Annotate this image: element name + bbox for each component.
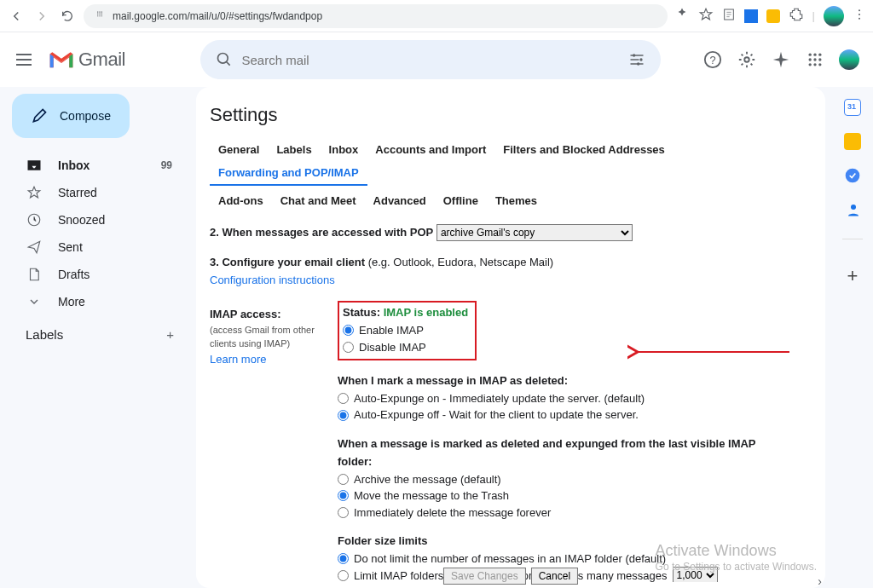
site-settings-icon[interactable] — [94, 9, 106, 23]
enable-imap-radio[interactable] — [343, 325, 354, 336]
draft-icon — [26, 266, 43, 283]
cancel-button[interactable]: Cancel — [531, 568, 578, 585]
disable-imap-radio[interactable] — [343, 342, 354, 353]
trash-radio[interactable] — [338, 490, 349, 501]
tab-labels[interactable]: Labels — [268, 138, 320, 161]
labels-heading: Labels + — [7, 315, 189, 347]
gmail-logo[interactable]: Gmail — [48, 49, 125, 71]
svg-point-6 — [859, 18, 860, 20]
expunge-off-radio[interactable] — [338, 410, 349, 421]
support-icon[interactable]: ? — [702, 49, 723, 70]
svg-point-11 — [637, 62, 639, 65]
account-avatar[interactable] — [839, 49, 859, 70]
pop-line2: 2. When messages are accessed with POP — [210, 226, 433, 239]
settings-tabs-row1: General Labels Inbox Accounts and Import… — [210, 138, 825, 186]
delete-forever-radio[interactable] — [338, 507, 349, 518]
add-addon-icon[interactable]: + — [847, 265, 859, 287]
ext1-icon[interactable] — [744, 9, 758, 23]
svg-point-16 — [813, 54, 816, 56]
calendar-icon[interactable] — [844, 99, 861, 116]
status-value: IMAP is enabled — [384, 306, 468, 319]
enable-imap-label: Enable IMAP — [359, 322, 424, 339]
ext2-icon[interactable] — [766, 9, 780, 23]
limit-select[interactable]: 1,000 — [673, 567, 718, 582]
tab-chat[interactable]: Chat and Meet — [272, 189, 365, 212]
profile-avatar[interactable] — [824, 6, 844, 26]
imap-sub: (access Gmail from other clients using I… — [210, 323, 338, 351]
contacts-icon[interactable] — [846, 201, 859, 216]
menu-icon[interactable] — [853, 8, 866, 24]
tab-advanced[interactable]: Advanced — [365, 189, 435, 212]
tab-forwarding[interactable]: Forwarding and POP/IMAP — [210, 161, 367, 186]
apps-icon[interactable] — [805, 49, 825, 70]
nav-drafts[interactable]: Drafts — [7, 261, 189, 288]
nav-inbox[interactable]: Inbox 99 — [7, 152, 189, 179]
hamburger-icon[interactable] — [14, 49, 34, 70]
add-label-icon[interactable]: + — [166, 327, 174, 342]
lens-icon[interactable] — [674, 7, 690, 25]
search-options-icon[interactable] — [620, 51, 654, 68]
learn-more-link[interactable]: Learn more — [210, 351, 338, 368]
status-label: Status: — [343, 306, 384, 319]
extensions-icon[interactable] — [789, 7, 804, 25]
reload-icon[interactable] — [58, 7, 77, 26]
svg-point-4 — [859, 9, 860, 11]
separator: | — [812, 9, 815, 22]
folder-heading: Folder size limits — [338, 533, 791, 551]
settings-tabs-row2: Add-ons Chat and Meet Advanced Offline T… — [210, 189, 825, 212]
tab-themes[interactable]: Themes — [487, 189, 546, 212]
nav-label: Sent — [58, 240, 179, 254]
nav-sent[interactable]: Sent — [7, 233, 189, 261]
nav-label: Drafts — [58, 268, 179, 281]
compose-label: Compose — [60, 109, 111, 123]
tab-inbox[interactable]: Inbox — [321, 138, 367, 161]
scroll-right-icon[interactable]: › — [818, 574, 822, 588]
back-icon[interactable] — [7, 7, 26, 26]
pop-configure: 3. Configure your email client — [210, 256, 365, 268]
tab-general[interactable]: General — [210, 138, 268, 161]
pop-row3: 3. Configure your email client (e.g. Out… — [210, 254, 791, 290]
nav-starred[interactable]: Starred — [7, 179, 189, 206]
bookmark-icon[interactable] — [698, 7, 714, 25]
gemini-icon[interactable] — [771, 49, 791, 70]
keep-icon[interactable] — [844, 133, 861, 150]
nav-label: Inbox — [58, 159, 146, 172]
pop-cfg-link[interactable]: Configuration instructions — [210, 274, 335, 286]
tab-addons[interactable]: Add-ons — [210, 189, 272, 212]
limit-radio[interactable] — [338, 570, 349, 581]
compose-button[interactable]: Compose — [12, 94, 130, 138]
tab-offline[interactable]: Offline — [435, 189, 487, 212]
nav-label: Snoozed — [58, 213, 179, 227]
settings-icon[interactable] — [737, 49, 757, 70]
svg-point-19 — [813, 58, 816, 61]
no-limit-label: Do not limit the number of messages in a… — [354, 551, 666, 568]
tasks-icon[interactable] — [844, 167, 861, 184]
no-limit-radio[interactable] — [338, 553, 349, 564]
url-bar[interactable]: mail.google.com/mail/u/0/#settings/fwdan… — [84, 4, 668, 28]
search-icon[interactable] — [207, 51, 241, 68]
nav-label: Starred — [58, 186, 179, 199]
nav-more[interactable]: More — [7, 288, 189, 315]
pop-action-select[interactable]: archive Gmail's copy — [436, 224, 633, 241]
tab-filters[interactable]: Filters and Blocked Addresses — [494, 138, 674, 161]
svg-point-18 — [809, 58, 812, 61]
forward-icon[interactable] — [32, 7, 51, 26]
clock-icon — [26, 211, 43, 228]
expunge-off-label: Auto-Expunge off - Wait for the client t… — [354, 406, 639, 424]
pencil-icon — [31, 107, 48, 124]
svg-point-7 — [218, 54, 228, 64]
search-bar[interactable] — [200, 40, 661, 79]
expunge-on-radio[interactable] — [338, 393, 349, 404]
search-input[interactable] — [241, 53, 620, 67]
reader-icon[interactable] — [722, 8, 736, 24]
pop-row2: 2. When messages are accessed with POP a… — [210, 224, 791, 242]
sent-icon — [26, 239, 43, 256]
right-rail: + — [832, 87, 873, 588]
archive-radio[interactable] — [338, 474, 349, 485]
svg-point-17 — [818, 54, 821, 56]
tab-accounts[interactable]: Accounts and Import — [367, 138, 494, 161]
page-title: Settings — [210, 104, 825, 126]
disable-imap-label: Disable IMAP — [359, 339, 426, 356]
nav-snoozed[interactable]: Snoozed — [7, 206, 189, 233]
save-button[interactable]: Save Changes — [443, 568, 526, 585]
